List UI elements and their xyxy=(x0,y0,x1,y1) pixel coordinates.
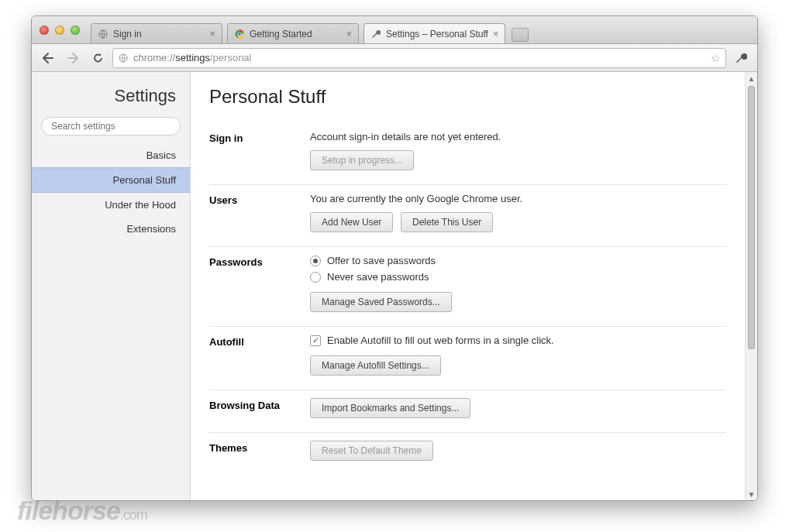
manage-passwords-button[interactable]: Manage Saved Passwords... xyxy=(310,292,452,312)
section-label: Themes xyxy=(209,441,310,461)
section-passwords: Passwords Offer to save passwords Never … xyxy=(209,247,726,327)
page-icon xyxy=(118,53,129,63)
radio-icon xyxy=(310,272,321,283)
tab-getting-started[interactable]: Getting Started × xyxy=(227,23,359,43)
wrench-menu-button[interactable] xyxy=(731,49,751,67)
tab-label: Sign in xyxy=(113,29,142,39)
checkbox-label: Enable Autofill to fill out web forms in… xyxy=(327,335,554,346)
section-browsing-data: Browsing Data Import Bookmarks and Setti… xyxy=(209,390,726,433)
forward-button[interactable] xyxy=(63,49,83,67)
settings-sidebar: Settings Basics Personal Stuff Under the… xyxy=(32,72,191,500)
watermark: filehorse.com xyxy=(17,496,147,526)
section-users: Users You are currently the only Google … xyxy=(209,185,726,247)
nav-under-the-hood[interactable]: Under the Hood xyxy=(32,193,190,217)
close-window-button[interactable] xyxy=(40,26,49,35)
window-controls xyxy=(40,26,80,35)
checkbox-icon: ✓ xyxy=(310,335,321,346)
close-tab-icon[interactable]: × xyxy=(209,29,215,39)
nav-extensions[interactable]: Extensions xyxy=(32,217,190,241)
radio-offer-save[interactable]: Offer to save passwords xyxy=(310,255,726,266)
minimize-window-button[interactable] xyxy=(55,26,64,35)
settings-main: Personal Stuff Sign in Account sign-in d… xyxy=(191,72,745,500)
setup-in-progress-button[interactable]: Setup in progress... xyxy=(310,150,414,170)
signin-status-text: Account sign-in details are not yet ente… xyxy=(310,131,726,142)
tab-strip: Sign in × Getting Started × Settings – P… xyxy=(91,16,529,43)
main-wrap: Personal Stuff Sign in Account sign-in d… xyxy=(191,72,757,500)
section-themes: Themes Reset To Default Theme xyxy=(209,433,726,465)
tab-label: Getting Started xyxy=(250,29,312,39)
nav-basics[interactable]: Basics xyxy=(32,143,190,167)
radio-never-save[interactable]: Never save passwords xyxy=(310,271,726,283)
bookmark-star-icon[interactable]: ☆ xyxy=(711,52,721,64)
vertical-scrollbar[interactable]: ▲ ▼ xyxy=(745,72,757,500)
svg-point-3 xyxy=(238,33,241,36)
users-status-text: You are currently the only Google Chrome… xyxy=(310,193,726,204)
tab-settings[interactable]: Settings – Personal Stuff × xyxy=(363,23,505,43)
tab-label: Settings – Personal Stuff xyxy=(386,29,488,39)
scroll-up-arrow-icon[interactable]: ▲ xyxy=(746,72,757,84)
page-title: Personal Stuff xyxy=(209,86,726,108)
radio-label: Never save passwords xyxy=(327,271,429,283)
search-settings-input[interactable] xyxy=(41,117,181,136)
add-new-user-button[interactable]: Add New User xyxy=(310,212,393,232)
autofill-checkbox-row[interactable]: ✓ Enable Autofill to fill out web forms … xyxy=(310,335,726,346)
new-tab-button[interactable] xyxy=(512,28,529,42)
content-area: Settings Basics Personal Stuff Under the… xyxy=(32,72,757,500)
section-label: Browsing Data xyxy=(209,398,310,418)
sidebar-title: Settings xyxy=(32,86,190,117)
section-sign-in: Sign in Account sign-in details are not … xyxy=(209,123,726,185)
titlebar: Sign in × Getting Started × Settings – P… xyxy=(32,16,757,44)
chrome-icon xyxy=(234,29,245,39)
zoom-window-button[interactable] xyxy=(71,26,80,35)
reset-theme-button[interactable]: Reset To Default Theme xyxy=(310,441,433,461)
scroll-down-arrow-icon[interactable]: ▼ xyxy=(746,488,757,500)
back-button[interactable] xyxy=(38,49,58,67)
browser-window: Sign in × Getting Started × Settings – P… xyxy=(31,15,758,501)
globe-icon xyxy=(98,29,109,39)
radio-icon xyxy=(310,256,321,266)
close-tab-icon[interactable]: × xyxy=(493,29,499,39)
address-bar[interactable]: chrome://settings/personal ☆ xyxy=(112,48,726,68)
delete-user-button[interactable]: Delete This User xyxy=(401,212,493,232)
toolbar: chrome://settings/personal ☆ xyxy=(32,44,757,72)
radio-label: Offer to save passwords xyxy=(327,255,436,266)
wrench-icon xyxy=(370,29,381,39)
section-label: Passwords xyxy=(209,255,310,312)
nav-personal-stuff[interactable]: Personal Stuff xyxy=(32,167,190,193)
section-autofill: Autofill ✓ Enable Autofill to fill out w… xyxy=(209,327,726,390)
section-label: Users xyxy=(209,193,310,232)
tab-sign-in[interactable]: Sign in × xyxy=(91,23,222,43)
url-text: chrome://settings/personal xyxy=(133,52,711,63)
manage-autofill-button[interactable]: Manage Autofill Settings... xyxy=(310,355,441,376)
import-bookmarks-button[interactable]: Import Bookmarks and Settings... xyxy=(310,398,470,418)
reload-button[interactable] xyxy=(88,49,108,67)
close-tab-icon[interactable]: × xyxy=(346,29,352,39)
section-label: Sign in xyxy=(209,131,310,170)
settings-nav: Basics Personal Stuff Under the Hood Ext… xyxy=(32,143,190,241)
scroll-thumb[interactable] xyxy=(748,86,755,349)
section-label: Autofill xyxy=(209,335,310,376)
